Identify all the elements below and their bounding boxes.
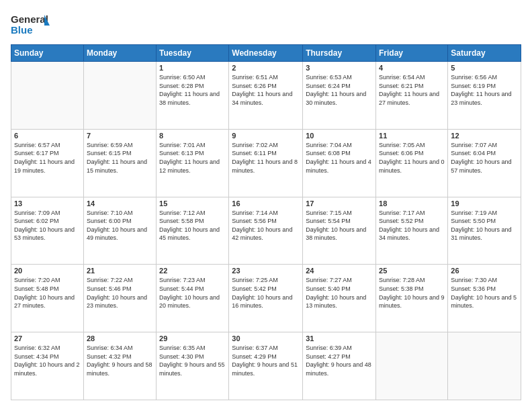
calendar-cell: 16Sunrise: 7:14 AM Sunset: 5:56 PM Dayli… bbox=[229, 197, 303, 265]
day-info: Sunrise: 7:30 AM Sunset: 5:36 PM Dayligh… bbox=[451, 276, 518, 310]
day-number: 13 bbox=[14, 199, 81, 208]
day-number: 24 bbox=[306, 267, 373, 275]
day-info: Sunrise: 6:54 AM Sunset: 6:21 PM Dayligh… bbox=[379, 73, 445, 107]
day-number: 30 bbox=[232, 334, 300, 342]
day-info: Sunrise: 7:10 AM Sunset: 6:00 PM Dayligh… bbox=[87, 209, 153, 242]
day-number: 15 bbox=[159, 199, 226, 208]
calendar-cell: 2Sunrise: 6:51 AM Sunset: 6:26 PM Daylig… bbox=[229, 62, 303, 130]
day-header-friday: Friday bbox=[376, 45, 448, 62]
calendar-cell: 23Sunrise: 7:25 AM Sunset: 5:42 PM Dayli… bbox=[229, 265, 303, 332]
day-number: 23 bbox=[232, 267, 300, 275]
calendar-cell: 17Sunrise: 7:15 AM Sunset: 5:54 PM Dayli… bbox=[303, 197, 376, 265]
day-number: 17 bbox=[306, 199, 373, 208]
calendar-cell: 24Sunrise: 7:27 AM Sunset: 5:40 PM Dayli… bbox=[303, 265, 376, 332]
day-number: 28 bbox=[87, 334, 153, 342]
day-header-wednesday: Wednesday bbox=[229, 45, 303, 62]
day-number: 31 bbox=[306, 334, 373, 342]
day-info: Sunrise: 7:05 AM Sunset: 6:06 PM Dayligh… bbox=[379, 141, 445, 175]
day-info: Sunrise: 6:53 AM Sunset: 6:24 PM Dayligh… bbox=[306, 73, 373, 107]
svg-text:Blue: Blue bbox=[11, 24, 33, 36]
calendar-header-row: SundayMondayTuesdayWednesdayThursdayFrid… bbox=[11, 45, 521, 62]
day-number: 18 bbox=[379, 199, 445, 208]
day-number: 2 bbox=[232, 64, 300, 72]
day-info: Sunrise: 7:15 AM Sunset: 5:54 PM Dayligh… bbox=[306, 209, 373, 242]
day-info: Sunrise: 7:28 AM Sunset: 5:38 PM Dayligh… bbox=[379, 276, 445, 310]
day-number: 7 bbox=[87, 132, 153, 140]
day-number: 27 bbox=[14, 334, 81, 342]
day-header-sunday: Sunday bbox=[11, 45, 84, 62]
calendar-cell: 3Sunrise: 6:53 AM Sunset: 6:24 PM Daylig… bbox=[303, 62, 376, 130]
day-info: Sunrise: 7:22 AM Sunset: 5:46 PM Dayligh… bbox=[87, 276, 153, 310]
calendar-cell bbox=[11, 62, 84, 130]
day-header-saturday: Saturday bbox=[448, 45, 521, 62]
day-number: 21 bbox=[87, 267, 153, 275]
day-number: 20 bbox=[14, 267, 81, 275]
day-info: Sunrise: 6:32 AM Sunset: 4:34 PM Dayligh… bbox=[14, 344, 81, 377]
day-info: Sunrise: 7:09 AM Sunset: 6:02 PM Dayligh… bbox=[14, 209, 81, 242]
day-info: Sunrise: 7:12 AM Sunset: 5:58 PM Dayligh… bbox=[159, 209, 226, 242]
day-info: Sunrise: 6:35 AM Sunset: 4:30 PM Dayligh… bbox=[159, 344, 226, 377]
calendar-table: SundayMondayTuesdayWednesdayThursdayFrid… bbox=[11, 44, 521, 400]
calendar-cell: 13Sunrise: 7:09 AM Sunset: 6:02 PM Dayli… bbox=[11, 197, 84, 265]
day-info: Sunrise: 6:39 AM Sunset: 4:27 PM Dayligh… bbox=[306, 344, 373, 377]
day-number: 4 bbox=[379, 64, 445, 72]
calendar-cell: 30Sunrise: 6:37 AM Sunset: 4:29 PM Dayli… bbox=[229, 332, 303, 400]
calendar-cell: 8Sunrise: 7:01 AM Sunset: 6:13 PM Daylig… bbox=[157, 129, 229, 197]
calendar-cell: 20Sunrise: 7:20 AM Sunset: 5:48 PM Dayli… bbox=[11, 265, 84, 332]
day-number: 6 bbox=[14, 132, 81, 140]
day-info: Sunrise: 7:07 AM Sunset: 6:04 PM Dayligh… bbox=[451, 141, 518, 175]
calendar-cell: 7Sunrise: 6:59 AM Sunset: 6:15 PM Daylig… bbox=[83, 129, 156, 197]
day-number: 10 bbox=[306, 132, 373, 140]
day-info: Sunrise: 7:14 AM Sunset: 5:56 PM Dayligh… bbox=[232, 209, 300, 242]
day-number: 19 bbox=[451, 199, 518, 208]
logo-svg: GeneralBlue bbox=[11, 11, 51, 38]
day-info: Sunrise: 7:04 AM Sunset: 6:08 PM Dayligh… bbox=[306, 141, 373, 175]
day-info: Sunrise: 7:27 AM Sunset: 5:40 PM Dayligh… bbox=[306, 276, 373, 310]
calendar-week-1: 6Sunrise: 6:57 AM Sunset: 6:17 PM Daylig… bbox=[11, 129, 521, 197]
calendar-cell: 14Sunrise: 7:10 AM Sunset: 6:00 PM Dayli… bbox=[83, 197, 156, 265]
calendar-cell: 29Sunrise: 6:35 AM Sunset: 4:30 PM Dayli… bbox=[157, 332, 229, 400]
calendar-cell: 12Sunrise: 7:07 AM Sunset: 6:04 PM Dayli… bbox=[448, 129, 521, 197]
calendar-cell: 5Sunrise: 6:56 AM Sunset: 6:19 PM Daylig… bbox=[448, 62, 521, 130]
day-info: Sunrise: 7:23 AM Sunset: 5:44 PM Dayligh… bbox=[159, 276, 226, 310]
day-header-thursday: Thursday bbox=[303, 45, 376, 62]
day-info: Sunrise: 6:59 AM Sunset: 6:15 PM Dayligh… bbox=[87, 141, 153, 175]
day-info: Sunrise: 7:01 AM Sunset: 6:13 PM Dayligh… bbox=[159, 141, 226, 175]
calendar-cell: 22Sunrise: 7:23 AM Sunset: 5:44 PM Dayli… bbox=[157, 265, 229, 332]
calendar-cell: 18Sunrise: 7:17 AM Sunset: 5:52 PM Dayli… bbox=[376, 197, 448, 265]
calendar-cell: 4Sunrise: 6:54 AM Sunset: 6:21 PM Daylig… bbox=[376, 62, 448, 130]
day-header-tuesday: Tuesday bbox=[157, 45, 229, 62]
day-number: 9 bbox=[232, 132, 300, 140]
calendar-cell: 1Sunrise: 6:50 AM Sunset: 6:28 PM Daylig… bbox=[157, 62, 229, 130]
day-info: Sunrise: 7:02 AM Sunset: 6:11 PM Dayligh… bbox=[232, 141, 300, 175]
calendar-cell: 27Sunrise: 6:32 AM Sunset: 4:34 PM Dayli… bbox=[11, 332, 84, 400]
calendar-cell: 6Sunrise: 6:57 AM Sunset: 6:17 PM Daylig… bbox=[11, 129, 84, 197]
calendar-week-4: 27Sunrise: 6:32 AM Sunset: 4:34 PM Dayli… bbox=[11, 332, 521, 400]
day-info: Sunrise: 6:37 AM Sunset: 4:29 PM Dayligh… bbox=[232, 344, 300, 377]
day-info: Sunrise: 7:17 AM Sunset: 5:52 PM Dayligh… bbox=[379, 209, 445, 242]
calendar-cell bbox=[448, 332, 521, 400]
day-number: 29 bbox=[159, 334, 226, 342]
day-info: Sunrise: 7:25 AM Sunset: 5:42 PM Dayligh… bbox=[232, 276, 300, 310]
day-number: 26 bbox=[451, 267, 518, 275]
calendar-cell: 19Sunrise: 7:19 AM Sunset: 5:50 PM Dayli… bbox=[448, 197, 521, 265]
day-info: Sunrise: 6:56 AM Sunset: 6:19 PM Dayligh… bbox=[451, 73, 518, 107]
day-number: 8 bbox=[159, 132, 226, 140]
day-info: Sunrise: 7:20 AM Sunset: 5:48 PM Dayligh… bbox=[14, 276, 81, 310]
svg-text:General: General bbox=[11, 13, 48, 25]
day-number: 11 bbox=[379, 132, 445, 140]
calendar-cell bbox=[83, 62, 156, 130]
calendar-cell: 21Sunrise: 7:22 AM Sunset: 5:46 PM Dayli… bbox=[83, 265, 156, 332]
day-number: 25 bbox=[379, 267, 445, 275]
day-info: Sunrise: 7:19 AM Sunset: 5:50 PM Dayligh… bbox=[451, 209, 518, 242]
day-header-monday: Monday bbox=[83, 45, 156, 62]
calendar-cell: 9Sunrise: 7:02 AM Sunset: 6:11 PM Daylig… bbox=[229, 129, 303, 197]
calendar-cell: 26Sunrise: 7:30 AM Sunset: 5:36 PM Dayli… bbox=[448, 265, 521, 332]
calendar-cell: 11Sunrise: 7:05 AM Sunset: 6:06 PM Dayli… bbox=[376, 129, 448, 197]
day-info: Sunrise: 6:51 AM Sunset: 6:26 PM Dayligh… bbox=[232, 73, 300, 107]
day-number: 22 bbox=[159, 267, 226, 275]
logo: GeneralBlue bbox=[11, 11, 51, 38]
calendar-cell: 25Sunrise: 7:28 AM Sunset: 5:38 PM Dayli… bbox=[376, 265, 448, 332]
day-number: 12 bbox=[451, 132, 518, 140]
day-number: 5 bbox=[451, 64, 518, 72]
